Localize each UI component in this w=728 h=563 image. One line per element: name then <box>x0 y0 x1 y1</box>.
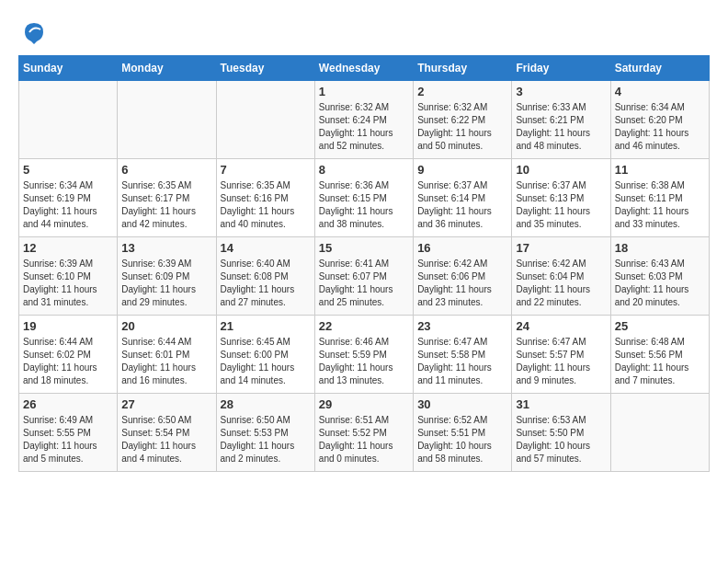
calendar-cell: 3Sunrise: 6:33 AMSunset: 6:21 PMDaylight… <box>512 81 610 159</box>
day-number: 15 <box>319 241 409 255</box>
day-info: Sunrise: 6:48 AMSunset: 5:56 PMDaylight:… <box>615 336 705 387</box>
day-of-week-header: Tuesday <box>216 56 314 81</box>
day-info: Sunrise: 6:39 AMSunset: 6:09 PMDaylight:… <box>121 258 211 309</box>
day-info: Sunrise: 6:36 AMSunset: 6:15 PMDaylight:… <box>319 179 409 231</box>
day-info: Sunrise: 6:38 AMSunset: 6:11 PMDaylight:… <box>615 179 705 231</box>
day-number: 27 <box>121 397 211 411</box>
calendar-cell: 5Sunrise: 6:34 AMSunset: 6:19 PMDaylight… <box>19 159 118 237</box>
calendar-cell: 1Sunrise: 6:32 AMSunset: 6:24 PMDaylight… <box>314 81 413 159</box>
day-info: Sunrise: 6:47 AMSunset: 5:57 PMDaylight:… <box>516 336 606 387</box>
day-number: 19 <box>23 319 113 333</box>
calendar-cell: 10Sunrise: 6:37 AMSunset: 6:13 PMDayligh… <box>512 159 610 237</box>
day-of-week-header: Friday <box>512 56 610 81</box>
day-info: Sunrise: 6:53 AMSunset: 5:50 PMDaylight:… <box>516 414 606 465</box>
day-number: 11 <box>615 163 705 177</box>
day-info: Sunrise: 6:43 AMSunset: 6:03 PMDaylight:… <box>615 258 705 309</box>
calendar-cell: 11Sunrise: 6:38 AMSunset: 6:11 PMDayligh… <box>610 159 709 237</box>
logo <box>18 18 48 46</box>
calendar-table: SundayMondayTuesdayWednesdayThursdayFrid… <box>18 55 710 472</box>
day-info: Sunrise: 6:35 AMSunset: 6:17 PMDaylight:… <box>121 179 211 231</box>
calendar-week-row: 5Sunrise: 6:34 AMSunset: 6:19 PMDaylight… <box>19 159 710 237</box>
calendar-cell: 29Sunrise: 6:51 AMSunset: 5:52 PMDayligh… <box>314 394 413 472</box>
day-info: Sunrise: 6:46 AMSunset: 5:59 PMDaylight:… <box>319 336 409 387</box>
calendar-cell: 22Sunrise: 6:46 AMSunset: 5:59 PMDayligh… <box>314 316 413 394</box>
day-info: Sunrise: 6:37 AMSunset: 6:14 PMDaylight:… <box>417 179 507 231</box>
day-of-week-header: Monday <box>118 56 216 81</box>
day-info: Sunrise: 6:39 AMSunset: 6:10 PMDaylight:… <box>23 258 113 309</box>
day-info: Sunrise: 6:52 AMSunset: 5:51 PMDaylight:… <box>417 414 507 465</box>
calendar-week-row: 12Sunrise: 6:39 AMSunset: 6:10 PMDayligh… <box>19 237 710 316</box>
calendar-cell: 27Sunrise: 6:50 AMSunset: 5:54 PMDayligh… <box>118 394 216 472</box>
day-info: Sunrise: 6:50 AMSunset: 5:53 PMDaylight:… <box>221 414 311 465</box>
day-info: Sunrise: 6:49 AMSunset: 5:55 PMDaylight:… <box>23 414 113 465</box>
calendar-cell: 9Sunrise: 6:37 AMSunset: 6:14 PMDaylight… <box>414 159 512 237</box>
calendar-week-row: 1Sunrise: 6:32 AMSunset: 6:24 PMDaylight… <box>19 81 710 159</box>
day-number: 7 <box>221 163 311 177</box>
day-number: 20 <box>121 319 211 333</box>
page-header <box>18 18 710 46</box>
calendar-cell <box>118 81 216 159</box>
day-of-week-header: Thursday <box>414 56 512 81</box>
calendar-cell: 8Sunrise: 6:36 AMSunset: 6:15 PMDaylight… <box>314 159 413 237</box>
day-number: 13 <box>121 241 211 255</box>
day-number: 4 <box>615 85 705 98</box>
calendar-cell: 30Sunrise: 6:52 AMSunset: 5:51 PMDayligh… <box>414 394 512 472</box>
calendar-cell: 14Sunrise: 6:40 AMSunset: 6:08 PMDayligh… <box>216 237 314 316</box>
day-info: Sunrise: 6:45 AMSunset: 6:00 PMDaylight:… <box>221 336 311 387</box>
logo-icon <box>20 18 48 46</box>
day-info: Sunrise: 6:34 AMSunset: 6:20 PMDaylight:… <box>615 101 705 153</box>
calendar-cell: 18Sunrise: 6:43 AMSunset: 6:03 PMDayligh… <box>610 237 709 316</box>
calendar-cell: 12Sunrise: 6:39 AMSunset: 6:10 PMDayligh… <box>19 237 118 316</box>
calendar-cell: 23Sunrise: 6:47 AMSunset: 5:58 PMDayligh… <box>414 316 512 394</box>
day-number: 22 <box>319 319 409 333</box>
day-of-week-header: Wednesday <box>314 56 413 81</box>
calendar-cell: 19Sunrise: 6:44 AMSunset: 6:02 PMDayligh… <box>19 316 118 394</box>
day-number: 31 <box>516 397 606 411</box>
day-info: Sunrise: 6:32 AMSunset: 6:24 PMDaylight:… <box>319 101 409 153</box>
calendar-cell: 25Sunrise: 6:48 AMSunset: 5:56 PMDayligh… <box>610 316 709 394</box>
day-number: 26 <box>23 397 113 411</box>
calendar-cell: 2Sunrise: 6:32 AMSunset: 6:22 PMDaylight… <box>414 81 512 159</box>
day-info: Sunrise: 6:47 AMSunset: 5:58 PMDaylight:… <box>417 336 507 387</box>
day-number: 21 <box>221 319 311 333</box>
calendar-cell <box>610 394 709 472</box>
day-number: 8 <box>319 163 409 177</box>
calendar-cell: 31Sunrise: 6:53 AMSunset: 5:50 PMDayligh… <box>512 394 610 472</box>
calendar-cell: 15Sunrise: 6:41 AMSunset: 6:07 PMDayligh… <box>314 237 413 316</box>
calendar-week-row: 26Sunrise: 6:49 AMSunset: 5:55 PMDayligh… <box>19 394 710 472</box>
calendar-cell: 28Sunrise: 6:50 AMSunset: 5:53 PMDayligh… <box>216 394 314 472</box>
calendar-cell: 20Sunrise: 6:44 AMSunset: 6:01 PMDayligh… <box>118 316 216 394</box>
calendar-week-row: 19Sunrise: 6:44 AMSunset: 6:02 PMDayligh… <box>19 316 710 394</box>
day-info: Sunrise: 6:33 AMSunset: 6:21 PMDaylight:… <box>516 101 606 153</box>
day-info: Sunrise: 6:44 AMSunset: 6:02 PMDaylight:… <box>23 336 113 387</box>
day-info: Sunrise: 6:40 AMSunset: 6:08 PMDaylight:… <box>221 258 311 309</box>
day-info: Sunrise: 6:44 AMSunset: 6:01 PMDaylight:… <box>121 336 211 387</box>
day-number: 17 <box>516 241 606 255</box>
day-info: Sunrise: 6:37 AMSunset: 6:13 PMDaylight:… <box>516 179 606 231</box>
day-info: Sunrise: 6:50 AMSunset: 5:54 PMDaylight:… <box>121 414 211 465</box>
day-number: 6 <box>121 163 211 177</box>
day-info: Sunrise: 6:42 AMSunset: 6:04 PMDaylight:… <box>516 258 606 309</box>
day-number: 18 <box>615 241 705 255</box>
day-number: 14 <box>221 241 311 255</box>
calendar-cell: 21Sunrise: 6:45 AMSunset: 6:00 PMDayligh… <box>216 316 314 394</box>
day-of-week-header: Sunday <box>19 56 118 81</box>
day-number: 30 <box>417 397 507 411</box>
day-number: 1 <box>319 85 409 98</box>
calendar-header-row: SundayMondayTuesdayWednesdayThursdayFrid… <box>19 56 710 81</box>
day-number: 28 <box>221 397 311 411</box>
day-number: 24 <box>516 319 606 333</box>
day-info: Sunrise: 6:34 AMSunset: 6:19 PMDaylight:… <box>23 179 113 231</box>
day-number: 10 <box>516 163 606 177</box>
day-info: Sunrise: 6:41 AMSunset: 6:07 PMDaylight:… <box>319 258 409 309</box>
calendar-cell: 16Sunrise: 6:42 AMSunset: 6:06 PMDayligh… <box>414 237 512 316</box>
day-number: 12 <box>23 241 113 255</box>
day-number: 3 <box>516 85 606 98</box>
day-info: Sunrise: 6:32 AMSunset: 6:22 PMDaylight:… <box>417 101 507 153</box>
day-of-week-header: Saturday <box>610 56 709 81</box>
calendar-cell: 4Sunrise: 6:34 AMSunset: 6:20 PMDaylight… <box>610 81 709 159</box>
day-info: Sunrise: 6:42 AMSunset: 6:06 PMDaylight:… <box>417 258 507 309</box>
calendar-cell: 13Sunrise: 6:39 AMSunset: 6:09 PMDayligh… <box>118 237 216 316</box>
calendar-cell: 17Sunrise: 6:42 AMSunset: 6:04 PMDayligh… <box>512 237 610 316</box>
day-number: 16 <box>417 241 507 255</box>
